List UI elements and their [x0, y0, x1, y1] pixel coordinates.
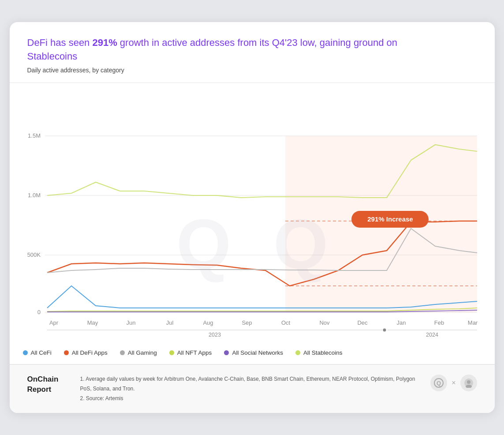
svg-text:Feb: Feb — [434, 319, 444, 326]
legend-item-nft: All NFT Apps — [169, 349, 212, 356]
svg-text:Mar: Mar — [467, 319, 478, 326]
chart-legend: All CeFi All DeFi Apps All Gaming All NF… — [10, 343, 495, 364]
svg-text:Dec: Dec — [357, 319, 368, 326]
avatar-icon — [460, 375, 477, 391]
legend-label-stablecoins: All Stablecoins — [303, 349, 343, 356]
footer-section: OnChainReport 1. Average daily values by… — [10, 364, 495, 413]
svg-text:Nov: Nov — [319, 319, 330, 326]
svg-text:1.5M: 1.5M — [28, 132, 41, 139]
footer-icons: Q × — [430, 375, 477, 391]
svg-text:Jan: Jan — [396, 319, 406, 326]
legend-label-cefi: All CeFi — [31, 349, 52, 356]
svg-text:2023: 2023 — [209, 332, 221, 338]
legend-label-defi: All DeFi Apps — [72, 349, 108, 356]
svg-text:291% Increase: 291% Increase — [367, 215, 413, 223]
chart-subtitle: Daily active addresses, by category — [27, 67, 477, 74]
svg-point-27 — [383, 329, 386, 332]
chart-section: 1.5M 1.0M 500K 0 291% Increase — [10, 83, 495, 364]
footer-note-1: 1. Average daily values by week for Arbi… — [80, 375, 418, 394]
x-separator: × — [452, 379, 455, 387]
legend-dot-nft — [169, 350, 174, 355]
legend-label-social: All Social Networks — [232, 349, 283, 356]
svg-text:1.0M: 1.0M — [28, 192, 41, 199]
svg-text:2024: 2024 — [426, 332, 438, 338]
chart-container: 1.5M 1.0M 500K 0 291% Increase — [10, 87, 495, 343]
legend-dot-social — [224, 350, 229, 355]
legend-item-stablecoins: All Stablecoins — [295, 349, 343, 356]
svg-text:May: May — [87, 319, 98, 326]
legend-item-defi: All DeFi Apps — [64, 349, 108, 356]
svg-text:Aug: Aug — [203, 319, 213, 326]
svg-text:Q: Q — [437, 380, 441, 386]
svg-text:Sep: Sep — [242, 319, 252, 326]
footer-notes: 1. Average daily values by week for Arbi… — [80, 375, 418, 403]
svg-text:0: 0 — [37, 309, 40, 315]
svg-text:Apr: Apr — [49, 319, 58, 326]
header-section: DeFi has seen 291% growth in active addr… — [10, 22, 495, 83]
main-title: DeFi has seen 291% growth in active addr… — [27, 36, 424, 64]
chart-svg: 1.5M 1.0M 500K 0 291% Increase — [19, 87, 486, 343]
svg-text:Jun: Jun — [126, 319, 135, 326]
legend-item-gaming: All Gaming — [120, 349, 157, 356]
legend-label-gaming: All Gaming — [128, 349, 157, 356]
svg-text:500K: 500K — [27, 251, 41, 258]
legend-label-nft: All NFT Apps — [177, 349, 212, 356]
legend-item-cefi: All CeFi — [23, 349, 52, 356]
svg-text:Q: Q — [273, 204, 328, 283]
svg-text:Jul: Jul — [166, 319, 173, 326]
svg-text:Q: Q — [176, 204, 231, 283]
footer-note-2: 2. Source: Artemis — [80, 394, 418, 404]
avatar-icon-svg — [464, 378, 474, 388]
brand-name: OnChainReport — [27, 375, 67, 394]
legend-dot-defi — [64, 350, 69, 355]
q-icon: Q — [430, 375, 447, 391]
main-card: DeFi has seen 291% growth in active addr… — [10, 22, 495, 413]
legend-dot-stablecoins — [295, 350, 300, 355]
svg-text:Oct: Oct — [281, 319, 290, 326]
svg-point-35 — [467, 380, 470, 384]
legend-item-social: All Social Networks — [224, 349, 283, 356]
legend-dot-gaming — [120, 350, 125, 355]
q-icon-svg: Q — [434, 378, 444, 388]
legend-dot-cefi — [23, 350, 28, 355]
